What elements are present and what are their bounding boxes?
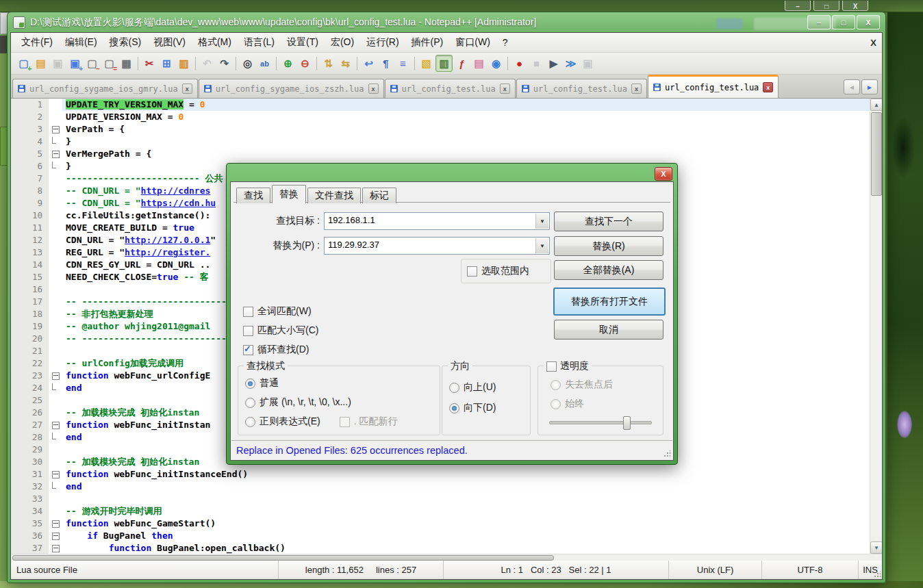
code-line[interactable]: 4} [11, 136, 870, 148]
vertical-scrollbar[interactable]: ▲ ▼ [870, 99, 882, 554]
menu-item-9[interactable]: 运行(R) [360, 34, 405, 51]
word-wrap-icon[interactable]: ↩ [361, 55, 377, 71]
tab-close-icon[interactable]: x [368, 84, 379, 94]
close-icon[interactable]: X [857, 15, 880, 29]
document-tab-4[interactable]: url_config_test.luax [516, 79, 647, 98]
fold-margin[interactable] [49, 172, 62, 185]
code-line[interactable]: 2UPDATE_VERSION_MAX = 0 [11, 111, 870, 123]
dialog-tab-4[interactable]: 标记 [362, 188, 396, 203]
background-maximize-icon[interactable]: □ [813, 1, 839, 11]
print-icon[interactable]: ▦ [118, 55, 134, 71]
tab-close-icon[interactable]: x [763, 82, 773, 92]
play-macro-icon[interactable]: ▶ [546, 55, 561, 71]
cut-icon[interactable]: ✂ [142, 55, 157, 71]
replace-icon[interactable]: ab [257, 55, 273, 71]
menu-item-1[interactable]: 文件(F) [15, 34, 59, 51]
search-mode-radio-1[interactable] [245, 379, 255, 389]
fold-margin[interactable] [49, 419, 62, 431]
menu-item-7[interactable]: 设置(T) [281, 34, 325, 51]
find-target-dropdown-icon[interactable]: ▼ [535, 214, 548, 229]
code-line[interactable]: 5VerMergePath = { [11, 148, 870, 160]
fold-margin[interactable] [49, 296, 62, 308]
code-text[interactable]: } [62, 136, 870, 148]
monitoring-icon[interactable]: ◉ [488, 55, 504, 71]
horizontal-scrollbar-thumb[interactable] [12, 555, 554, 561]
fold-margin[interactable] [49, 320, 62, 333]
document-tab-3[interactable]: url_config_test.luax [385, 79, 516, 98]
fold-collapse-icon[interactable] [52, 151, 60, 158]
menu-item-4[interactable]: 视图(V) [147, 34, 192, 51]
fold-margin[interactable] [49, 517, 62, 530]
new-file-icon[interactable]: ▢+ [16, 55, 31, 71]
fold-margin[interactable] [49, 542, 62, 554]
search-mode-radio-2[interactable] [245, 398, 255, 408]
copy-icon[interactable]: ⊞ [159, 55, 175, 71]
replace-with-combobox[interactable]: 119.29.92.37 ▼ [324, 237, 550, 255]
user-define-dialog-icon[interactable]: ▧ [418, 55, 434, 71]
open-file-icon[interactable]: ▤ [33, 55, 49, 71]
zoom-out-icon[interactable]: ⊖ [297, 55, 313, 71]
zoom-in-icon[interactable]: ⊕ [280, 55, 296, 71]
code-line[interactable]: 3VerPath = { [11, 123, 870, 136]
code-line[interactable]: 34-- 游戏开时完毕时调用 [11, 505, 870, 517]
fold-collapse-icon[interactable] [52, 372, 60, 380]
menu-item-3[interactable]: 搜索(S) [103, 34, 148, 51]
dialog-resize-grip[interactable] [663, 450, 670, 457]
direction-radio-1[interactable] [449, 383, 459, 393]
fold-margin[interactable] [49, 382, 62, 394]
resize-grip[interactable] [874, 571, 881, 578]
menu-item-5[interactable]: 格式(M) [192, 34, 238, 51]
background-minimize-icon[interactable]: – [785, 1, 811, 11]
menu-item-11[interactable]: 窗口(W) [449, 34, 496, 51]
sync-horizontal-icon[interactable]: ⇆ [338, 55, 353, 71]
run-macro-multiple-icon[interactable]: ≫ [563, 55, 579, 71]
fold-margin[interactable] [49, 246, 62, 259]
code-text[interactable]: end [62, 481, 870, 493]
document-tab-5[interactable]: url_config_test.luax [648, 75, 779, 98]
code-text[interactable]: function BugPanel:open_callback() [62, 542, 870, 554]
function-list-icon[interactable]: ƒ [454, 55, 470, 71]
fold-margin[interactable] [49, 394, 62, 407]
fold-margin[interactable] [49, 456, 62, 468]
transparency-slider[interactable] [549, 421, 652, 424]
dialog-tab-2[interactable]: 替换 [272, 185, 306, 203]
fold-margin[interactable] [49, 370, 62, 382]
fold-margin[interactable] [49, 407, 62, 419]
folder-as-workspace-icon[interactable]: ▤ [471, 55, 487, 71]
fold-collapse-icon[interactable] [52, 545, 60, 552]
code-text[interactable]: VerPath = { [62, 123, 870, 136]
find-option-checkbox-3[interactable] [243, 345, 253, 355]
document-tab-2[interactable]: url_config_sygame_ios_zszh.luax [199, 79, 384, 98]
fold-margin[interactable] [49, 197, 62, 209]
code-line[interactable]: 1UPDATE_TRY_VERSION_MAX = 0 [11, 99, 870, 111]
replace-with-value[interactable]: 119.29.92.37 [328, 240, 379, 250]
document-map-icon[interactable]: ▥ [435, 55, 453, 72]
fold-collapse-icon[interactable] [52, 471, 60, 478]
code-text[interactable]: UPDATE_VERSION_MAX = 0 [62, 111, 870, 123]
find-option-checkbox-1[interactable] [243, 307, 253, 317]
replace-all-button[interactable]: 全部替换(A) [554, 260, 663, 280]
fold-margin[interactable] [49, 148, 62, 160]
menu-item-6[interactable]: 语言(L) [238, 34, 281, 51]
fold-margin[interactable] [49, 505, 62, 517]
find-target-value[interactable]: 192.168.1.1 [328, 215, 375, 225]
save-file-icon[interactable]: ▣ [50, 55, 66, 71]
tab-close-icon[interactable]: x [500, 84, 510, 94]
scroll-up-icon[interactable]: ▲ [870, 99, 882, 111]
code-line[interactable]: 37 function BugPanel:open_callback() [11, 542, 870, 554]
code-text[interactable] [62, 493, 870, 505]
fold-margin[interactable] [49, 185, 62, 197]
record-macro-icon[interactable]: ● [511, 55, 527, 71]
indent-guide-icon[interactable]: ≡ [395, 55, 411, 71]
stop-macro-icon[interactable]: ■ [529, 55, 544, 71]
replace-all-open-files-button[interactable]: 替换所有打开文件 [553, 287, 666, 316]
redo-icon[interactable]: ↷ [216, 55, 232, 71]
fold-margin[interactable] [49, 234, 62, 246]
horizontal-scrollbar[interactable] [11, 554, 882, 561]
code-line[interactable]: 35function webFunc_GameStart() [11, 517, 870, 530]
show-all-characters-icon[interactable]: ¶ [378, 55, 394, 71]
menu-item-10[interactable]: 插件(P) [405, 34, 450, 51]
find-next-button[interactable]: 查找下一个 [554, 212, 663, 231]
code-text[interactable]: UPDATE_TRY_VERSION_MAX = 0 [62, 99, 870, 111]
code-line[interactable]: 32end [11, 481, 870, 493]
